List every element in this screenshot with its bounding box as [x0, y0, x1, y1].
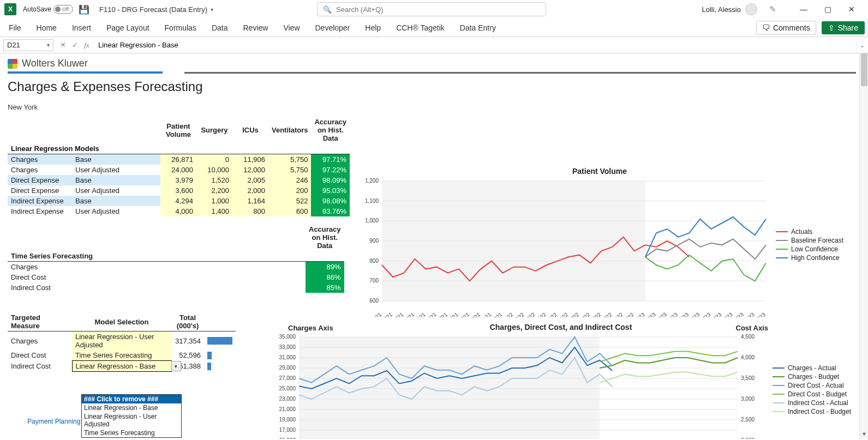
tm-header-measure: Targeted Measure — [8, 312, 72, 331]
pen-icon[interactable]: ✎ — [769, 4, 776, 14]
vertical-scrollbar[interactable]: ▲ ▼ — [859, 53, 868, 439]
chart-patient-volume[interactable]: Patient Volume 6007008009001,0001,1001,2… — [357, 167, 842, 325]
title-bar: X AutoSave Off 💾 F110 - DRG Forecast (Da… — [0, 0, 868, 19]
share-button[interactable]: ⇪ Share — [822, 21, 865, 34]
svg-text:0522: 0522 — [545, 311, 558, 317]
legend-item: Indirect Cost - Budget — [773, 408, 851, 415]
svg-text:1121: 1121 — [479, 311, 492, 317]
location-label: New York — [8, 103, 856, 111]
tm-header-total: Total (000's) — [171, 312, 204, 331]
document-title[interactable]: F110 - DRG Forecast (Data Entry) — [99, 5, 207, 14]
svg-text:4,500: 4,500 — [741, 334, 755, 340]
tab-insert[interactable]: Insert — [64, 19, 99, 37]
user-name[interactable]: Lolli, Alessio — [702, 5, 741, 14]
table-row[interactable]: Indirect CostLinear Regression - Base▾51… — [8, 361, 236, 372]
svg-text:0723: 0723 — [699, 311, 712, 317]
svg-text:3,500: 3,500 — [741, 375, 755, 381]
table-row[interactable]: Direct Cost86% — [8, 272, 344, 282]
svg-text:600: 600 — [369, 298, 379, 304]
tab-file[interactable]: File — [3, 19, 29, 37]
legend-item: Charges - Budget — [773, 373, 851, 381]
svg-text:35,000: 35,000 — [279, 334, 296, 340]
targeted-measure-table: Targeted Measure Model Selection Total (… — [8, 312, 236, 372]
tab-data-entry[interactable]: Data Entry — [452, 19, 504, 37]
svg-text:0323: 0323 — [655, 311, 668, 317]
svg-text:29,000: 29,000 — [279, 365, 296, 371]
svg-text:1,100: 1,100 — [365, 198, 379, 204]
enter-formula-icon[interactable]: ✓ — [69, 41, 81, 49]
table-row[interactable]: Indirect Cost85% — [8, 282, 344, 293]
search-input[interactable] — [336, 5, 540, 14]
tab-help[interactable]: Help — [357, 19, 388, 37]
svg-text:0721: 0721 — [435, 311, 448, 317]
table-row[interactable]: Charges89% — [8, 262, 344, 273]
tab-home[interactable]: Home — [29, 19, 64, 37]
dropdown-option[interactable]: ### Click to remove ### — [82, 395, 181, 403]
tm-header-model: Model Selection — [72, 312, 171, 331]
svg-text:0821: 0821 — [446, 311, 459, 317]
fx-icon[interactable]: fx — [81, 41, 93, 50]
comments-button[interactable]: 🗨 Comments — [756, 21, 816, 35]
tab-developer[interactable]: Developer — [308, 19, 358, 37]
ribbon: File Home Insert Page Layout Formulas Da… — [0, 19, 868, 37]
autosave-toggle[interactable]: Off — [53, 5, 73, 14]
svg-text:0523: 0523 — [677, 311, 690, 317]
search-box[interactable]: 🔍 — [317, 2, 546, 16]
lr-models-header: Linear Regression Models — [8, 143, 350, 154]
expand-formula-icon[interactable]: ⌄ — [856, 41, 868, 49]
svg-text:1222: 1222 — [622, 311, 635, 317]
table-row[interactable]: Direct ExpenseBase3,9791,5202,00524698.0… — [8, 175, 350, 185]
table-row[interactable]: ChargesUser Adjusted24,00010,00012,0005,… — [8, 165, 350, 175]
svg-text:3,000: 3,000 — [741, 396, 755, 402]
tab-view[interactable]: View — [276, 19, 307, 37]
cancel-formula-icon[interactable]: ✕ — [57, 41, 69, 49]
chart2-plot: 15,00017,00019,00021,00023,00025,00027,0… — [272, 331, 763, 439]
name-box[interactable]: D21▾ — [3, 39, 53, 51]
legend-item: Actuals — [776, 228, 843, 236]
table-row[interactable]: ChargesBase26,871011,9065,75097.71% — [8, 154, 350, 165]
svg-text:1221: 1221 — [490, 311, 503, 317]
svg-text:0822: 0822 — [578, 311, 591, 317]
minimize-button[interactable]: — — [792, 1, 816, 17]
excel-icon: X — [4, 3, 16, 15]
svg-text:0322: 0322 — [523, 311, 536, 317]
maximize-button[interactable]: ▢ — [816, 1, 840, 17]
svg-text:1223: 1223 — [753, 311, 767, 317]
scroll-thumb[interactable] — [861, 53, 867, 86]
tab-review[interactable]: Review — [236, 19, 276, 37]
svg-text:800: 800 — [369, 258, 379, 264]
save-icon[interactable]: 💾 — [79, 4, 89, 15]
tab-tagetik[interactable]: CCH® Tagetik — [388, 19, 452, 37]
tab-page-layout[interactable]: Page Layout — [99, 19, 157, 37]
model-dropdown-list[interactable]: ### Click to remove ###Linear Regression… — [81, 394, 182, 438]
svg-text:0221: 0221 — [380, 311, 393, 317]
dropdown-option[interactable]: Linear Regression - Base — [82, 403, 181, 412]
payment-planning-link[interactable]: Payment Planning — [27, 418, 80, 425]
table-row[interactable]: ChargesLinear Regression - User Adjusted… — [8, 331, 236, 351]
svg-text:0623: 0623 — [687, 311, 701, 317]
avatar[interactable] — [745, 3, 757, 15]
lr-models-table: Patient Volume Surgery ICUs Ventilators … — [8, 117, 350, 216]
tab-data[interactable]: Data — [204, 19, 236, 37]
table-row[interactable]: Indirect ExpenseUser Adjusted4,0001,4008… — [8, 206, 350, 216]
legend-item: Direct Cost - Actual — [773, 382, 851, 389]
svg-text:0921: 0921 — [457, 311, 470, 317]
close-button[interactable]: ✕ — [840, 1, 864, 17]
dropdown-option[interactable]: Time Series Forecasting — [82, 429, 181, 437]
table-row[interactable]: Indirect ExpenseBase4,2941,0001,16452298… — [8, 196, 350, 206]
chart1-legend: ActualsBaseline ForecastLow ConfidenceHi… — [776, 227, 843, 263]
chevron-down-icon[interactable]: ▾ — [211, 7, 213, 13]
table-row[interactable]: Direct CostTime Series Forecasting52,596 — [8, 350, 236, 361]
dropdown-option[interactable]: Linear Regression - User Adjusted — [82, 412, 181, 429]
chart-charges-costs[interactable]: Charges Axis Charges, Direct Cost, and I… — [272, 325, 850, 439]
table-row[interactable]: Direct ExpenseUser Adjusted3,6002,2002,0… — [8, 185, 350, 196]
chart1-title: Patient Volume — [357, 167, 842, 176]
dropdown-button[interactable]: ▾ — [171, 361, 181, 371]
svg-text:0622: 0622 — [556, 311, 569, 317]
tab-formulas[interactable]: Formulas — [157, 19, 204, 37]
chart2-legend: Charges - ActualCharges - BudgetDirect C… — [773, 363, 851, 417]
scroll-down-icon[interactable]: ▼ — [860, 431, 868, 439]
formula-input[interactable] — [93, 41, 856, 49]
legend-item: Low Confidence — [776, 245, 843, 253]
svg-text:31,000: 31,000 — [279, 354, 296, 360]
